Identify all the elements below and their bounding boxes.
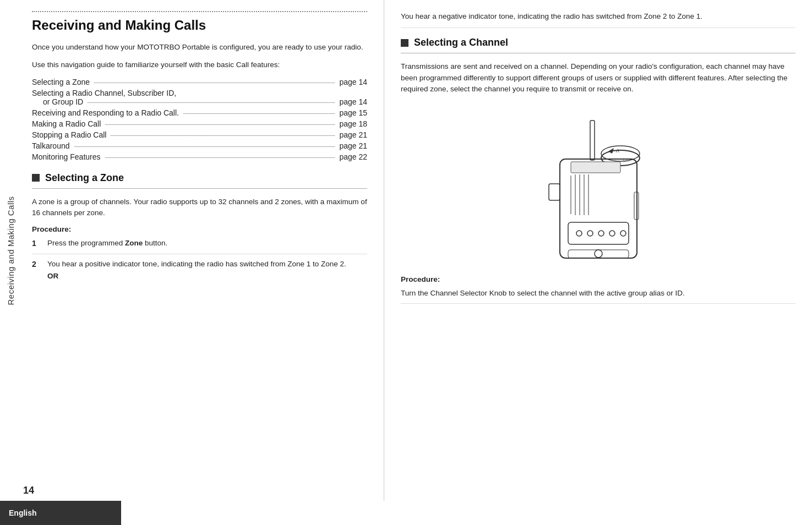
toc-item: Selecting a Zone page 14 bbox=[32, 78, 367, 86]
step-text: You hear a positive indicator tone, indi… bbox=[47, 259, 367, 282]
toc-label: Selecting a Radio Channel, Subscriber ID… bbox=[32, 89, 176, 97]
radio-image: Λ CH bbox=[401, 101, 795, 266]
section-icon bbox=[401, 39, 408, 47]
svg-rect-19 bbox=[571, 162, 620, 173]
step-number: 1 bbox=[32, 238, 40, 249]
toc-page: page 15 bbox=[339, 108, 367, 117]
svg-text:CH: CH bbox=[623, 158, 630, 163]
toc-dots bbox=[74, 146, 335, 147]
section-rule bbox=[32, 188, 367, 189]
procedure-label-2: Procedure: bbox=[401, 275, 795, 283]
section1-heading: Selecting a Zone bbox=[32, 172, 367, 184]
toc-item: Selecting a Radio Channel, Subscriber ID… bbox=[32, 89, 367, 106]
chapter-title: Receiving and Making Calls bbox=[32, 18, 367, 33]
toc-dots bbox=[183, 113, 335, 114]
toc-page: page 21 bbox=[339, 130, 367, 139]
toc-item: Talkaround page 21 bbox=[32, 141, 367, 150]
section1-body: A zone is a group of channels. Your radi… bbox=[32, 196, 367, 219]
section-rule bbox=[401, 53, 795, 53]
section2-title: Selecting a Channel bbox=[414, 37, 508, 48]
toc-item: Making a Radio Call page 18 bbox=[32, 119, 367, 128]
toc-label: Selecting a Zone bbox=[32, 78, 90, 86]
toc-label: Talkaround bbox=[32, 141, 70, 150]
step-text: Press the programmed Zone button. bbox=[47, 238, 367, 249]
intro-para1: Once you understand how your MOTOTRBO Po… bbox=[32, 42, 367, 53]
step-number: 2 bbox=[32, 259, 40, 282]
svg-rect-0 bbox=[560, 159, 637, 258]
toc-entry-line2: or Group ID page 14 bbox=[32, 97, 367, 106]
toc-label: Making a Radio Call bbox=[32, 119, 101, 128]
svg-point-11 bbox=[576, 231, 582, 236]
sidebar-label: Receiving and Making Calls bbox=[0, 0, 21, 501]
section2-body: Transmissions are sent and received on a… bbox=[401, 61, 795, 95]
content-area: Receiving and Making Calls Once you unde… bbox=[21, 0, 812, 501]
section2-heading: Selecting a Channel bbox=[401, 37, 795, 48]
step-text-channel: Turn the Channel Selector Knob to select… bbox=[401, 288, 795, 299]
toc-page: page 14 bbox=[339, 97, 367, 106]
svg-point-18 bbox=[595, 250, 602, 258]
svg-rect-16 bbox=[549, 184, 560, 200]
toc-label: Stopping a Radio Call bbox=[32, 130, 106, 139]
toc-page: page 18 bbox=[339, 119, 367, 128]
toc-label: or Group ID bbox=[32, 97, 83, 106]
intro-para2: Use this navigation guide to familiarize… bbox=[32, 59, 367, 70]
section-icon bbox=[32, 174, 40, 182]
toc-dots bbox=[105, 157, 335, 158]
toc-item: Monitoring Features page 22 bbox=[32, 152, 367, 161]
radio-svg: Λ CH bbox=[527, 104, 670, 264]
toc-item: Stopping a Radio Call page 21 bbox=[32, 130, 367, 139]
svg-point-12 bbox=[587, 231, 593, 236]
toc-dots bbox=[111, 135, 335, 136]
toc-label: Monitoring Features bbox=[32, 152, 101, 161]
svg-point-13 bbox=[598, 231, 604, 236]
toc-page: page 14 bbox=[339, 78, 367, 86]
svg-point-15 bbox=[620, 231, 626, 236]
toc-dots bbox=[88, 102, 335, 103]
language-label: English bbox=[9, 508, 37, 517]
step-channel: Turn the Channel Selector Knob to select… bbox=[401, 288, 795, 304]
svg-text:Λ: Λ bbox=[615, 148, 619, 154]
toc-entry-line1: Selecting a Radio Channel, Subscriber ID… bbox=[32, 89, 367, 97]
section1-title: Selecting a Zone bbox=[45, 172, 124, 184]
right-column: You hear a negative indicator tone, indi… bbox=[384, 0, 812, 501]
right-top-text: You hear a negative indicator tone, indi… bbox=[401, 11, 795, 28]
toc-page: page 21 bbox=[339, 141, 367, 150]
procedure-label: Procedure: bbox=[32, 225, 367, 233]
bottom-bar: English bbox=[0, 501, 121, 525]
svg-rect-17 bbox=[568, 250, 629, 258]
right-top-para: You hear a negative indicator tone, indi… bbox=[401, 11, 795, 22]
dotted-divider bbox=[32, 11, 367, 12]
toc-page: page 22 bbox=[339, 152, 367, 161]
step-1: 1 Press the programmed Zone button. bbox=[32, 238, 367, 254]
toc-item: Receiving and Responding to a Radio Call… bbox=[32, 108, 367, 117]
svg-point-14 bbox=[609, 231, 615, 236]
toc-dots bbox=[94, 83, 335, 83]
toc-dots bbox=[105, 124, 335, 125]
svg-rect-1 bbox=[590, 121, 595, 160]
toc: Selecting a Zone page 14 Selecting a Rad… bbox=[32, 78, 367, 161]
left-column: Receiving and Making Calls Once you unde… bbox=[21, 0, 384, 501]
step-2: 2 You hear a positive indicator tone, in… bbox=[32, 259, 367, 287]
toc-label: Receiving and Responding to a Radio Call… bbox=[32, 108, 179, 117]
